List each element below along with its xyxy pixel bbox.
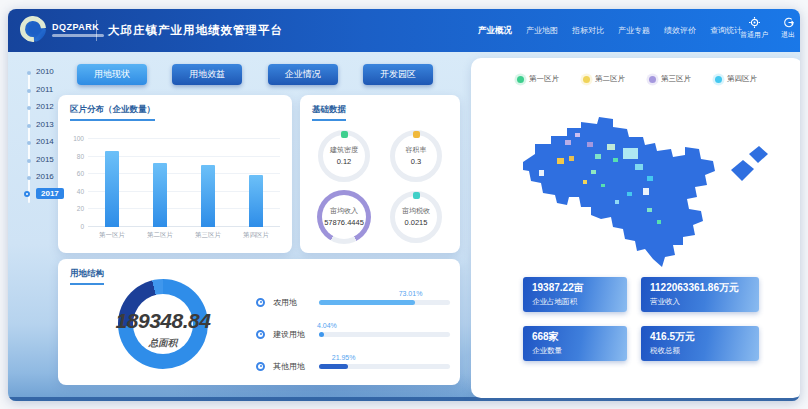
legend-district-2[interactable]: 第二区片 xyxy=(583,74,625,84)
progress-track: 73.01% xyxy=(319,300,450,305)
tab-bar: 用地现状 用地效益 企业情况 开发园区 xyxy=(77,64,433,85)
timeline-year-2016[interactable]: 2016 xyxy=(18,172,66,186)
progress-track: 4.04% xyxy=(319,332,450,337)
timeline-dot xyxy=(27,159,31,163)
y-tick: 80 xyxy=(66,153,84,160)
progress-fill xyxy=(319,364,348,369)
nav-item-compare[interactable]: 指标对比 xyxy=(572,25,604,36)
bar-slot: 第二区片 xyxy=(136,139,184,227)
year-timeline: 2010 2011 2012 2013 2014 2015 2016 2017 xyxy=(18,67,66,217)
radio-dot-icon xyxy=(256,362,265,371)
timeline-year-2010[interactable]: 2010 xyxy=(18,67,66,81)
gauge-tax-per-mu: 亩均税收 0.0215 xyxy=(380,186,452,247)
timeline-dot xyxy=(27,89,31,93)
user-role-label: 普通用户 xyxy=(737,30,771,40)
land-row-agriculture: 农用地 73.01% xyxy=(256,293,450,311)
stat-total-tax: 416.5万元 税收总额 xyxy=(641,326,759,361)
timeline-dot xyxy=(27,176,31,180)
tab-enterprise[interactable]: 企业情况 xyxy=(268,64,338,85)
timeline-year-2014[interactable]: 2014 xyxy=(18,137,66,151)
y-tick: 100 xyxy=(66,135,84,142)
legend-dot-icon xyxy=(649,76,656,83)
stat-revenue: 1122063361.86万元 营业收入 xyxy=(641,277,759,312)
detached-parcel-1 xyxy=(731,160,754,181)
district-chart-title: 区片分布（企业数量） xyxy=(70,104,155,121)
legend-dot-icon xyxy=(583,76,590,83)
district-map-panel: 第一区片 第二区片 第三区片 第四区片 xyxy=(471,58,800,398)
timeline-year-2013[interactable]: 2013 xyxy=(18,120,66,134)
tab-development-zone[interactable]: 开发园区 xyxy=(363,64,433,85)
stat-enterprise-area: 19387.22亩 企业占地面积 xyxy=(523,277,627,312)
logo: DQZPARK xyxy=(20,16,104,42)
x-label: 第三区片 xyxy=(184,231,232,240)
y-tick: 20 xyxy=(66,205,84,212)
main-nav: 产业概况 产业地图 指标对比 产业专题 绩效评价 查询统计 xyxy=(478,9,742,52)
tab-land-benefit[interactable]: 用地效益 xyxy=(172,64,242,85)
nav-item-evaluation[interactable]: 绩效评价 xyxy=(664,25,696,36)
gauge-income-per-mu: 亩均收入 57876.4445 xyxy=(308,186,380,247)
stat-enterprise-count: 668家 企业数量 xyxy=(523,326,627,361)
land-structure-card: 用地结构 189348.84 总面积 农用地 73.01% 建设用地 4.04%… xyxy=(58,259,460,385)
logout-label: 退出 xyxy=(771,30,800,40)
legend-dot-icon xyxy=(517,76,524,83)
land-row-construction: 建设用地 4.04% xyxy=(256,325,450,343)
radio-dot-icon xyxy=(256,298,265,307)
nav-item-overview[interactable]: 产业概况 xyxy=(478,25,512,37)
kpi-gauges: 建筑密度 0.12 容积率 0.3 亩均收入 57876.4445 亩均税收 0… xyxy=(308,125,452,247)
logout-button[interactable]: 退出 xyxy=(771,17,800,40)
radio-dot-icon xyxy=(256,330,265,339)
basic-data-card: 基础数据 建筑密度 0.12 容积率 0.3 亩均收入 57876.4445 亩 xyxy=(300,95,460,253)
detached-parcel-2 xyxy=(749,146,768,163)
x-label: 第一区片 xyxy=(88,231,136,240)
timeline-dot xyxy=(27,124,31,128)
timeline-year-2012[interactable]: 2012 xyxy=(18,102,66,116)
bar-slot: 第四区片 xyxy=(232,139,280,227)
percent-label: 4.04% xyxy=(317,322,337,329)
gauge-plot-ratio: 容积率 0.3 xyxy=(380,125,452,186)
summary-stats: 19387.22亩 企业占地面积 1122063361.86万元 营业收入 66… xyxy=(523,277,759,361)
land-structure-title: 用地结构 xyxy=(70,268,104,285)
logo-crescent-icon xyxy=(15,11,52,48)
bar-slot: 第三区片 xyxy=(184,139,232,227)
nav-item-map[interactable]: 产业地图 xyxy=(526,25,558,36)
timeline-year-2011[interactable]: 2011 xyxy=(18,85,66,99)
logout-icon xyxy=(771,17,800,28)
bar-district-4 xyxy=(249,175,263,227)
tab-land-status[interactable]: 用地现状 xyxy=(77,64,147,85)
legend-district-3[interactable]: 第三区片 xyxy=(649,74,691,84)
progress-track: 21.95% xyxy=(319,364,450,369)
timeline-dot xyxy=(27,106,31,110)
timeline-year-2015[interactable]: 2015 xyxy=(18,155,66,169)
legend-district-1[interactable]: 第一区片 xyxy=(517,74,559,84)
bar-district-3 xyxy=(201,165,215,227)
gauge-marker xyxy=(413,192,420,199)
gauge-marker xyxy=(413,131,420,138)
timeline-year-2017[interactable]: 2017 xyxy=(18,190,66,204)
app-window: DQZPARK 大邱庄镇产业用地绩效管理平台 产业概况 产业地图 指标对比 产业… xyxy=(8,9,800,401)
y-tick: 60 xyxy=(66,170,84,177)
x-label: 第二区片 xyxy=(136,231,184,240)
timeline-dot-selected xyxy=(24,191,30,197)
total-area-label: 总面积 xyxy=(70,337,256,350)
parcel-map[interactable] xyxy=(495,100,779,272)
gauge-marker xyxy=(341,131,348,138)
percent-label: 73.01% xyxy=(399,290,423,297)
user-menu[interactable]: 普通用户 xyxy=(737,17,771,40)
district-distribution-card: 区片分布（企业数量） 0 20 40 60 80 100 第一区片 第二区片 第… xyxy=(58,95,292,253)
nav-item-topics[interactable]: 产业专题 xyxy=(618,25,650,36)
land-row-other: 其他用地 21.95% xyxy=(256,357,450,375)
map-legend: 第一区片 第二区片 第三区片 第四区片 xyxy=(471,74,800,84)
percent-label: 21.95% xyxy=(332,354,356,361)
y-tick: 40 xyxy=(66,188,84,195)
basic-data-title: 基础数据 xyxy=(312,104,346,121)
town-boundary-shape xyxy=(523,117,715,267)
legend-district-4[interactable]: 第四区片 xyxy=(715,74,757,84)
bar-slot: 第一区片 xyxy=(88,139,136,227)
gauge-building-density: 建筑密度 0.12 xyxy=(308,125,380,186)
bar-district-2 xyxy=(153,163,167,227)
progress-fill xyxy=(319,332,324,337)
header: DQZPARK 大邱庄镇产业用地绩效管理平台 产业概况 产业地图 指标对比 产业… xyxy=(8,9,800,52)
page-title: 大邱庄镇产业用地绩效管理平台 xyxy=(108,23,283,38)
timeline-dot xyxy=(27,141,31,145)
gear-icon xyxy=(737,17,771,28)
